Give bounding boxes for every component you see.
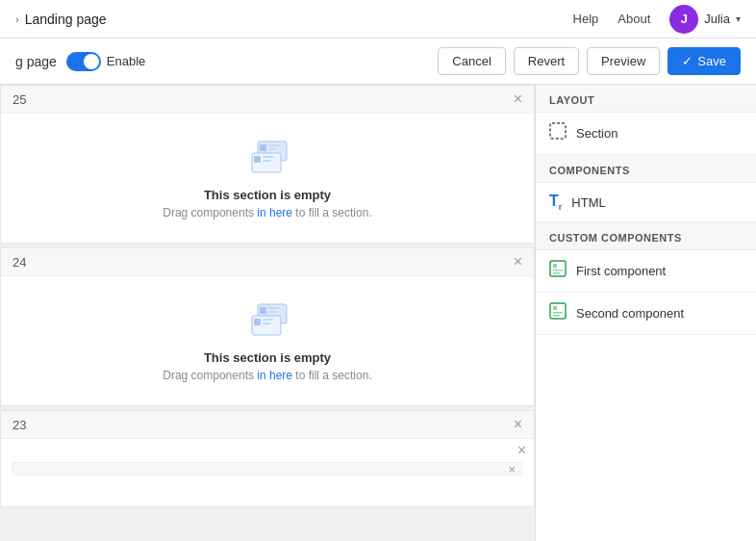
section-block-24: 24 × This section is empty: [0, 247, 535, 406]
svg-rect-18: [553, 264, 557, 268]
toolbar: g page Enable Cancel Revert Preview ✓ Sa…: [0, 39, 756, 85]
sidebar-item-second-component[interactable]: Second component: [536, 293, 756, 335]
user-dropdown-icon[interactable]: ▾: [736, 13, 741, 24]
svg-rect-22: [553, 306, 557, 310]
toolbar-right: Cancel Revert Preview ✓ Save: [438, 47, 741, 75]
sidebar-item-html[interactable]: Tr HTML: [536, 183, 756, 222]
sidebar-second-component-label: Second component: [576, 306, 684, 321]
section-id-23: 23: [13, 418, 26, 432]
svg-rect-17: [550, 261, 566, 276]
enable-label: Enable: [107, 54, 145, 68]
empty-desc-24: Drag components in here to fill a sectio…: [163, 369, 371, 382]
content-area: 25 × This section is empty: [0, 85, 535, 541]
svg-rect-20: [553, 272, 560, 274]
top-nav: › Landing page Help About J Julia ▾: [0, 0, 756, 39]
svg-rect-21: [550, 303, 566, 319]
empty-link-24[interactable]: in here: [257, 369, 292, 382]
section-layout-icon: [549, 122, 567, 144]
empty-title-24: This section is empty: [204, 350, 331, 365]
save-check-icon: ✓: [682, 54, 693, 68]
sidebar-section-label: Section: [576, 126, 617, 141]
sidebar-item-first-component[interactable]: First component: [536, 250, 756, 293]
sidebar-custom-title: CUSTOM COMPONENTS: [536, 222, 756, 250]
save-button[interactable]: ✓ Save: [668, 47, 741, 75]
first-component-icon: [549, 260, 567, 282]
section-block-23: 23 × × ×: [0, 410, 535, 507]
section-body-25: This section is empty Drag components in…: [1, 114, 534, 243]
nav-chevron-icon: ›: [15, 13, 19, 25]
html-icon: Tr: [549, 193, 562, 212]
inner-row-1: ×: [13, 462, 522, 476]
preview-button[interactable]: Preview: [587, 47, 660, 75]
svg-rect-6: [263, 156, 274, 158]
svg-rect-19: [553, 270, 563, 271]
user-avatar[interactable]: J: [669, 5, 698, 34]
main-layout: 25 × This section is empty: [0, 85, 756, 541]
svg-rect-23: [553, 312, 563, 314]
section-close-25[interactable]: ×: [514, 91, 522, 107]
enable-toggle[interactable]: [66, 52, 101, 71]
svg-rect-13: [254, 319, 261, 325]
nav-title-area: › Landing page: [15, 12, 107, 27]
sidebar-layout-title: LAYOUT: [536, 85, 756, 113]
inner-close-1[interactable]: ×: [508, 462, 516, 477]
cancel-button[interactable]: Cancel: [438, 47, 505, 75]
section-header-24: 24 ×: [1, 248, 534, 276]
section-header-23: 23 ×: [1, 411, 534, 439]
section-id-25: 25: [13, 92, 26, 107]
svg-rect-11: [268, 311, 277, 313]
svg-rect-14: [263, 319, 274, 321]
sidebar: LAYOUT Section COMPONENTS Tr HTML CUSTOM…: [535, 85, 756, 541]
sidebar-first-component-label: First component: [576, 264, 666, 278]
user-name: Julia: [704, 12, 730, 26]
section-id-24: 24: [13, 255, 26, 270]
empty-link-25[interactable]: in here: [257, 206, 292, 219]
svg-rect-16: [550, 123, 566, 139]
help-link[interactable]: Help: [573, 12, 599, 26]
empty-icon-24: [239, 299, 296, 341]
empty-icon-25: [239, 137, 296, 178]
section-close-24[interactable]: ×: [514, 254, 522, 270]
toolbar-page-label: g page: [15, 54, 57, 69]
svg-rect-1: [260, 144, 266, 151]
svg-rect-2: [268, 144, 280, 146]
nested-close-1[interactable]: ×: [517, 443, 526, 458]
svg-rect-24: [553, 315, 560, 317]
enable-toggle-wrap: Enable: [66, 52, 145, 71]
section-body-24: This section is empty Drag components in…: [1, 276, 534, 405]
nav-right: Help About J Julia ▾: [573, 5, 741, 34]
second-component-icon: [549, 302, 567, 324]
sidebar-html-label: HTML: [571, 195, 605, 210]
page-title: Landing page: [25, 12, 107, 27]
svg-rect-7: [263, 160, 271, 162]
svg-rect-3: [268, 148, 277, 150]
sidebar-components-title: COMPONENTS: [536, 155, 756, 183]
section-header-25: 25 ×: [1, 86, 534, 114]
sidebar-item-section[interactable]: Section: [536, 113, 756, 155]
svg-rect-5: [254, 156, 261, 163]
svg-rect-10: [268, 307, 280, 309]
revert-button[interactable]: Revert: [514, 47, 579, 75]
section-close-23[interactable]: ×: [514, 417, 522, 432]
empty-title-25: This section is empty: [204, 188, 331, 202]
section-body-23: × ×: [1, 439, 534, 506]
empty-desc-25: Drag components in here to fill a sectio…: [163, 206, 371, 219]
toolbar-left: g page Enable: [15, 52, 145, 71]
svg-rect-15: [263, 322, 271, 324]
about-link[interactable]: About: [617, 12, 650, 26]
section-block-25: 25 × This section is empty: [0, 85, 535, 244]
svg-rect-9: [260, 307, 266, 314]
